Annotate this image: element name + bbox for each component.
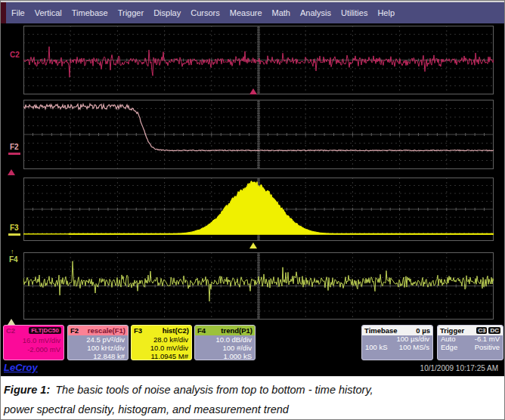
c2-descriptor-box[interactable]: C2 FLT|DC50 16.0 mV/div -2.000 mV	[3, 325, 64, 360]
trigger-slope: Positive	[475, 344, 500, 352]
timebase-rate: 100 MS/s	[399, 344, 429, 352]
f3-level-bar	[8, 233, 20, 236]
f3-descriptor-box[interactable]: F3 hist(C2) 28.0 k#/div 10.0 mV/div 11.0…	[131, 325, 192, 360]
f2-function-title: rescale(F1)	[88, 326, 125, 335]
panel-f4-trend[interactable]	[23, 252, 494, 320]
f2-horiz-scale: 100 kHz/div	[68, 344, 125, 353]
menu-item-analysis[interactable]: Analysis	[300, 8, 331, 17]
f4-function-title: trend(P1)	[221, 326, 253, 335]
f2-descriptor-box[interactable]: F2 rescale(F1) 24.5 pV²/div 100 kHz/div …	[67, 325, 129, 360]
menu-item-measure[interactable]: Measure	[230, 8, 262, 17]
panel-f3-histogram[interactable]	[23, 178, 494, 241]
menu-bar: File Vertical Timebase Trigger Display C…	[1, 2, 505, 23]
f4-offset-marker[interactable]	[8, 319, 15, 325]
f3-center-marker[interactable]	[249, 242, 257, 249]
c2-volts-per-div: 16.0 mV/div	[4, 336, 60, 345]
f3-horiz-scale: 10.0 mV/div	[132, 344, 188, 353]
f2-function-name: F2	[70, 326, 79, 335]
menu-item-display[interactable]: Display	[153, 8, 181, 17]
f4-horiz-scale: 100 #/div	[195, 344, 252, 353]
menu-item-timebase[interactable]: Timebase	[72, 8, 108, 17]
trigger-title: Trigger	[440, 326, 464, 335]
window-edge-accent	[1, 2, 6, 23]
menu-item-vertical[interactable]: Vertical	[35, 8, 62, 17]
c2-offset-value: -2.000 mV	[4, 345, 60, 354]
menu-item-cursors[interactable]: Cursors	[191, 8, 220, 17]
trigger-box[interactable]: Trigger C3 DC Auto -6.1 mV Edge Positive	[437, 325, 503, 360]
c2-trace-label: C2	[10, 51, 20, 59]
f4-arrow-icon: ↑	[11, 248, 14, 255]
figure-caption-line1: The basic tools of noise analysis from t…	[55, 384, 373, 396]
f2-trace-label: F2	[10, 144, 19, 151]
timebase-samples: 100 kS	[365, 344, 388, 352]
oscilloscope-screen: File Vertical Timebase Trigger Display C…	[0, 0, 505, 420]
menu-item-math[interactable]: Math	[272, 8, 290, 17]
trigger-type: Edge	[441, 344, 457, 352]
trigger-coupling-badge: DC	[488, 327, 500, 334]
figure-caption-line2: power spectral density, histogram, and m…	[4, 403, 289, 415]
panel-f2-power-spectral-density[interactable]	[23, 100, 494, 169]
f3-function-title: hist(C2)	[163, 326, 189, 335]
panel-c2-time-history[interactable]	[23, 26, 494, 94]
menu-item-trigger[interactable]: Trigger	[118, 8, 144, 17]
timestamp: 10/1/2009 10:17:25 AM	[420, 364, 498, 372]
menu-item-utilities[interactable]: Utilities	[341, 8, 367, 17]
f3-population: 11.0945 M#	[132, 353, 188, 360]
figure-caption: Figure 1:The basic tools of noise analys…	[1, 376, 505, 420]
menu-item-help[interactable]: Help	[377, 8, 395, 17]
timebase-title: Timebase	[364, 326, 398, 335]
f2-level-bar	[8, 153, 20, 155]
c2-trigger-time-marker[interactable]	[249, 88, 257, 94]
f4-points: 1.000 kS	[195, 353, 252, 360]
f4-function-name: F4	[197, 326, 206, 335]
menu-item-file[interactable]: File	[11, 8, 25, 17]
lecroy-logo: LeCroy	[4, 362, 38, 373]
f4-descriptor-box[interactable]: F4 trend(P1) 10.0 dB/div 100 #/div 1.000…	[194, 325, 256, 360]
c2-channel-name: C2	[6, 326, 15, 335]
timebase-box[interactable]: Timebase 0 µs 100 µs/div 100 kS 100 MS/s	[361, 325, 433, 360]
f3-function-name: F3	[134, 326, 142, 335]
trigger-source-badge: C3	[476, 327, 487, 334]
f4-trace-label: F4	[9, 256, 18, 264]
figure-caption-prefix: Figure 1:	[4, 384, 50, 396]
f3-trace-label: F3	[10, 224, 19, 232]
f2-offset-marker[interactable]	[8, 169, 15, 175]
f2-points: 12.848 k#	[68, 353, 125, 360]
timebase-delay: 0 µs	[416, 326, 430, 335]
c2-coupling-badge: FLT|DC50	[29, 327, 61, 334]
